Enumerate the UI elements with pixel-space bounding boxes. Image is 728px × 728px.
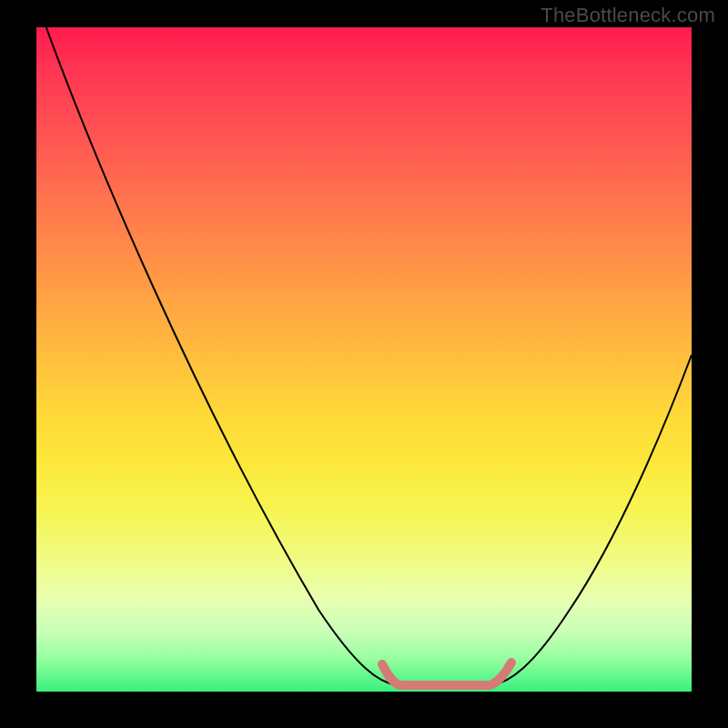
- chart-container: TheBottleneck.com: [0, 0, 728, 728]
- curve-left-branch: [36, 27, 397, 685]
- chart-curve-layer: [36, 27, 692, 692]
- watermark-text: TheBottleneck.com: [541, 4, 715, 27]
- curve-right-branch: [491, 355, 692, 685]
- highlight-right: [490, 662, 511, 685]
